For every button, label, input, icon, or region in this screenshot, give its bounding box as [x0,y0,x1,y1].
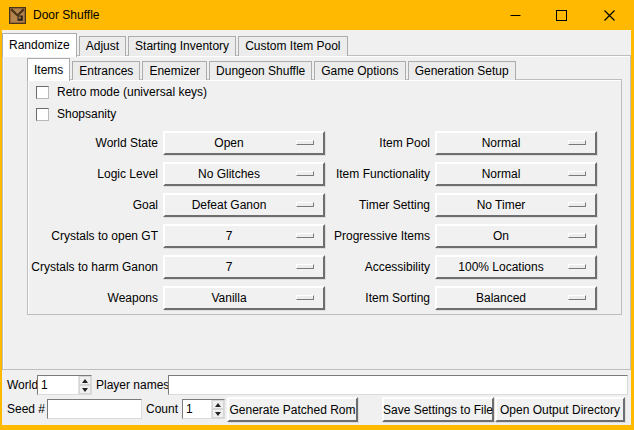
weapons-value: Vanilla [165,291,293,305]
tab-generation-setup[interactable]: Generation Setup [408,61,516,80]
progressive-items-value: On [437,229,565,243]
timer-setting-label: Timer Setting [300,193,430,217]
dropdown-indicator-icon [568,264,586,269]
tab-dungeon-shuffle[interactable]: Dungeon Shuffle [209,61,312,80]
dropdown-indicator-icon [568,202,586,207]
main-tab-bar: Randomize Adjust Starting Inventory Cust… [2,32,350,56]
accessibility-dropdown[interactable]: 100% Locations [435,255,597,279]
title-bar[interactable]: Door Shuffle [0,0,634,30]
tab-entrances[interactable]: Entrances [72,61,140,80]
tab-custom-item-pool[interactable]: Custom Item Pool [238,36,347,56]
tab-items[interactable]: Items [27,58,70,81]
minimize-icon [510,10,521,21]
item-pool-label: Item Pool [300,131,430,155]
timer-setting-dropdown[interactable]: No Timer [435,193,597,217]
count-value: 1 [183,400,211,418]
save-settings-button[interactable]: Save Settings to File [382,397,494,422]
spin-up-icon[interactable] [212,400,224,409]
seed-input[interactable] [47,399,142,419]
crystals-ganon-label: Crystals to harm Ganon [18,255,158,279]
spin-down-icon[interactable] [79,385,91,394]
worlds-spinner-buttons [78,376,91,394]
dropdown-indicator-icon [568,233,586,238]
player-names-input[interactable] [168,375,628,395]
sub-tab-bar: Items Entrances Enemizer Dungeon Shuffle… [27,57,518,80]
tab-randomize[interactable]: Randomize [2,33,77,57]
crystals-gt-value: 7 [165,229,293,243]
tab-enemizer[interactable]: Enemizer [142,61,207,80]
timer-setting-value: No Timer [437,198,565,212]
seed-label: Seed # [7,399,45,419]
dropdown-indicator-icon [568,295,586,300]
player-names-label: Player names [96,375,169,395]
count-label: Count [146,399,178,419]
shopsanity-row: Shopsanity [36,107,116,121]
app-icon [9,7,26,24]
goal-label: Goal [18,193,158,217]
minimize-button[interactable] [492,0,538,30]
dropdown-indicator-icon [568,171,586,176]
item-sorting-value: Balanced [437,291,565,305]
tab-adjust[interactable]: Adjust [79,36,126,56]
goal-value: Defeat Ganon [165,198,293,212]
window-title: Door Shuffle [33,0,100,30]
accessibility-label: Accessibility [300,255,430,279]
weapons-label: Weapons [18,286,158,310]
crystals-ganon-value: 7 [165,260,293,274]
close-button[interactable] [584,0,634,30]
logic-level-label: Logic Level [18,162,158,186]
retro-mode-label: Retro mode (universal keys) [57,85,207,99]
worlds-spinner[interactable]: 1 [37,375,92,395]
item-pool-value: Normal [437,136,565,150]
tab-starting-inventory[interactable]: Starting Inventory [128,36,236,56]
shopsanity-label: Shopsanity [57,107,116,121]
maximize-icon [556,10,567,21]
world-state-label: World State [18,131,158,155]
count-spinner[interactable]: 1 [182,399,225,419]
spin-down-icon[interactable] [212,409,224,418]
open-output-directory-button[interactable]: Open Output Directory [495,397,625,422]
dropdown-indicator-icon [568,140,586,145]
item-sorting-dropdown[interactable]: Balanced [435,286,597,310]
progressive-items-dropdown[interactable]: On [435,224,597,248]
app-window: Door Shuffle Randomize Adjust Starting I… [0,0,634,430]
item-sorting-label: Item Sorting [300,286,430,310]
logic-level-value: No Glitches [165,167,293,181]
item-pool-dropdown[interactable]: Normal [435,131,597,155]
worlds-value: 1 [38,376,78,394]
spin-up-icon[interactable] [79,376,91,385]
accessibility-value: 100% Locations [437,260,565,274]
progressive-items-label: Progressive Items [300,224,430,248]
item-functionality-value: Normal [437,167,565,181]
shopsanity-checkbox[interactable] [36,108,49,121]
retro-mode-checkbox[interactable] [36,86,49,99]
maximize-button[interactable] [538,0,584,30]
crystals-gt-label: Crystals to open GT [18,224,158,248]
item-functionality-label: Item Functionality [300,162,430,186]
tab-game-options[interactable]: Game Options [314,61,405,80]
item-functionality-dropdown[interactable]: Normal [435,162,597,186]
world-state-value: Open [165,136,293,150]
count-spinner-buttons [211,400,224,418]
retro-mode-row: Retro mode (universal keys) [36,85,207,99]
generate-patched-rom-button[interactable]: Generate Patched Rom [227,397,358,422]
close-icon [604,10,615,21]
